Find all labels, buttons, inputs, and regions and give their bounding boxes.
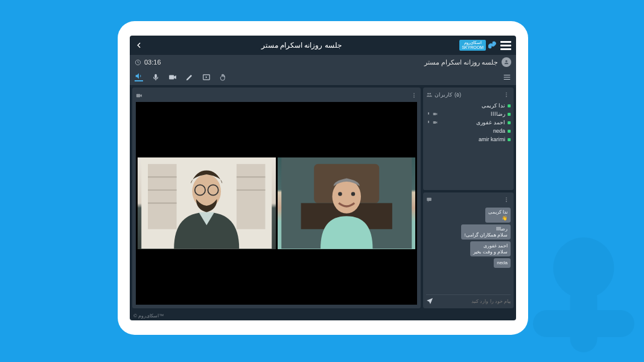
mic-button[interactable]: [151, 73, 160, 81]
chat-message-author: رضاااا: [464, 226, 508, 232]
svg-point-11: [427, 93, 429, 95]
chat-panel: ندا کریمی👋رضااااسلام همکاران گرامی!احمد …: [423, 192, 514, 308]
top-header: اسکای‌روم SKYROOM جلسه روزانه اسکرام مست…: [130, 36, 516, 55]
meeting-title: جلسه روزانه اسکرام مستر: [424, 59, 498, 66]
chat-message-author: احمد غفوری: [473, 243, 508, 249]
avatar[interactable]: [502, 57, 511, 67]
pen-button[interactable]: [185, 73, 194, 81]
chat-input[interactable]: [436, 299, 511, 304]
brand-logo: اسکای‌روم SKYROOM: [459, 40, 497, 51]
chat-messages: ندا کریمی👋رضااااسلام همکاران گرامی!احمد …: [426, 208, 511, 292]
toolbar-menu-button[interactable]: [503, 73, 511, 81]
users-icon: [426, 92, 432, 98]
user-row[interactable]: ندا کریمی: [426, 101, 511, 110]
sub-header: جلسه روزانه اسکرام مستر 03:16: [130, 55, 516, 69]
raise-hand-button[interactable]: [219, 73, 228, 81]
chat-message-content: سلام و وقت بخیر: [473, 249, 508, 255]
user-name: amir karimi: [479, 136, 505, 142]
user-row[interactable]: احمد غفوری: [426, 118, 511, 127]
chat-message: ندا کریمی👋: [485, 208, 511, 223]
users-count: (۵): [454, 92, 461, 98]
video-container: [136, 102, 417, 305]
svg-rect-16: [433, 121, 436, 124]
svg-rect-14: [433, 113, 436, 115]
chat-message-author: neda: [497, 260, 508, 265]
footer: © اسکای‌روم™: [130, 311, 516, 320]
video-more-button[interactable]: [411, 92, 417, 98]
camera-button[interactable]: [168, 73, 177, 81]
user-name: ندا کریمی: [482, 103, 505, 109]
video-pane: [132, 87, 421, 308]
user-name: احمد غفوری: [476, 119, 505, 125]
menu-button[interactable]: [500, 41, 511, 50]
svg-point-28: [332, 180, 361, 214]
user-status-icon: [508, 104, 511, 107]
svg-point-10: [506, 96, 507, 97]
app-window: اسکای‌روم SKYROOM جلسه روزانه اسکرام مست…: [130, 36, 516, 320]
video-tile-1[interactable]: [278, 157, 416, 249]
svg-point-24: [413, 97, 415, 98]
copyright: © اسکای‌روم™: [133, 313, 164, 319]
user-status-icon: [508, 121, 511, 124]
svg-rect-33: [237, 164, 266, 229]
video-indicator-icon: [136, 92, 142, 99]
svg-rect-13: [428, 112, 429, 115]
svg-point-22: [413, 93, 415, 94]
screenshare-button[interactable]: [202, 73, 211, 81]
svg-point-39: [192, 174, 221, 208]
toolbar: [130, 69, 516, 85]
svg-point-9: [506, 94, 507, 95]
svg-point-17: [506, 197, 507, 198]
svg-point-30: [351, 192, 354, 196]
user-list: ندا کریمیرضاااا احمد غفوری nedaamir kari…: [426, 101, 511, 187]
user-row[interactable]: neda: [426, 127, 511, 135]
chat-message: احمد غفوریسلام و وقت بخیر: [470, 241, 511, 256]
timer: 03:16: [144, 59, 161, 66]
user-name: رضاااا: [491, 111, 505, 117]
users-label: کاربران: [435, 92, 452, 98]
user-status-icon: [508, 113, 511, 116]
svg-point-23: [413, 95, 415, 96]
svg-point-3: [505, 60, 507, 62]
chat-message-author: ندا کریمی: [488, 209, 508, 215]
user-row[interactable]: amir karimi: [426, 135, 511, 144]
user-row[interactable]: رضاااا: [426, 110, 511, 118]
user-status-icon: [508, 130, 511, 133]
svg-point-29: [338, 192, 342, 196]
users-panel: (۵) کاربران ندا کریمیرضاااا احمد غفوری n…: [423, 87, 514, 190]
chat-icon: [426, 197, 432, 203]
page-title: جلسه روزانه اسکرام مستر: [261, 41, 342, 49]
svg-point-19: [506, 201, 507, 202]
svg-rect-2: [533, 310, 634, 337]
chat-message: neda: [494, 258, 511, 268]
send-button[interactable]: [426, 297, 433, 305]
svg-rect-5: [155, 74, 157, 78]
chat-message-content: 👋: [488, 215, 508, 221]
svg-rect-20: [427, 198, 432, 201]
device-frame: اسکای‌روم SKYROOM جلسه روزانه اسکرام مست…: [118, 21, 528, 335]
clock-icon: [135, 59, 141, 66]
svg-rect-21: [136, 94, 140, 97]
chat-message-content: سلام همکاران گرامی!: [464, 232, 508, 238]
back-button[interactable]: [135, 41, 143, 49]
chat-message: رضااااسلام همکاران گرامی!: [461, 224, 511, 240]
user-name: neda: [493, 128, 505, 134]
brand-name: اسکای‌روم: [462, 40, 483, 45]
svg-point-18: [506, 199, 507, 200]
user-status-icon: [508, 138, 511, 141]
side-panels: (۵) کاربران ندا کریمیرضاااا احمد غفوری n…: [423, 87, 514, 308]
svg-point-8: [506, 92, 507, 94]
svg-rect-15: [428, 121, 429, 123]
brand-sub: SKYROOM: [462, 45, 483, 50]
svg-rect-32: [148, 164, 177, 229]
svg-rect-6: [169, 75, 174, 80]
video-tile-2[interactable]: [138, 157, 276, 249]
speaker-button[interactable]: [135, 73, 143, 81]
svg-point-12: [429, 93, 431, 95]
users-more-button[interactable]: [502, 91, 511, 99]
chat-more-button[interactable]: [502, 195, 511, 204]
link-icon: [488, 41, 497, 49]
main-content: (۵) کاربران ندا کریمیرضاااا احمد غفوری n…: [130, 85, 516, 311]
